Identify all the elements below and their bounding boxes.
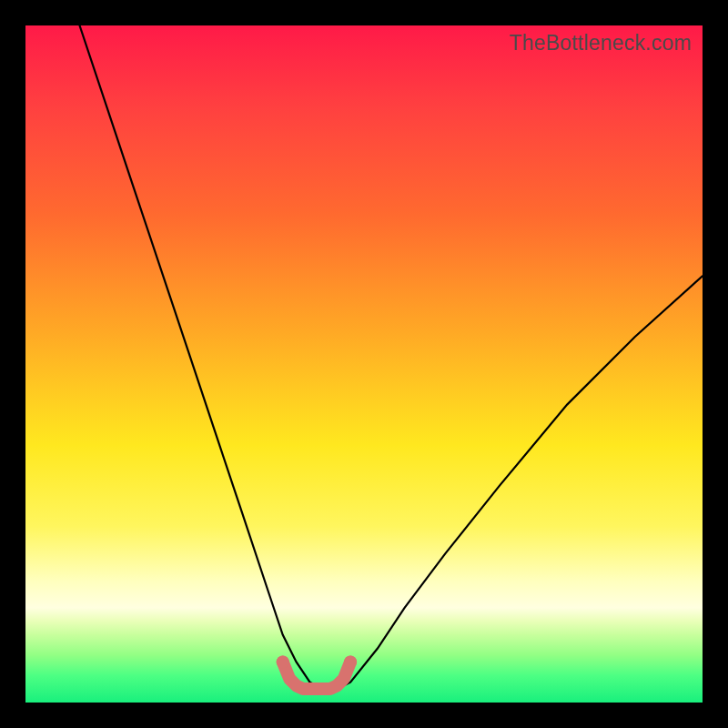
bottom-marker-dot — [344, 655, 357, 668]
bottom-marker-group — [277, 655, 357, 689]
chart-svg — [25, 25, 703, 703]
chart-plot-area: TheBottleneck.com — [25, 25, 703, 703]
watermark-text: TheBottleneck.com — [510, 31, 692, 56]
bottleneck-curve-path — [80, 25, 703, 689]
bottom-marker-dot — [277, 655, 289, 668]
bottom-marker-path — [283, 662, 350, 689]
chart-frame: TheBottleneck.com — [0, 0, 728, 728]
